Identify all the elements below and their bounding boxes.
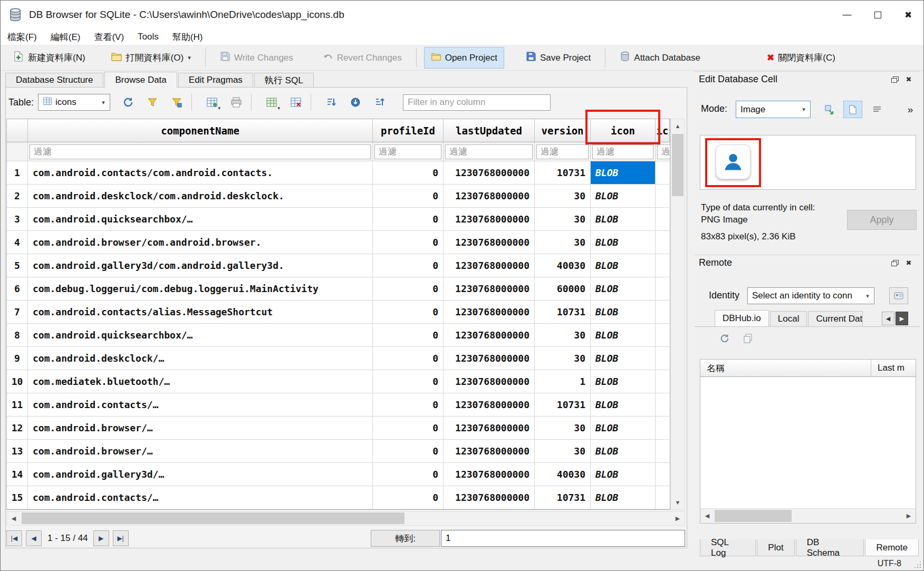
scroll-left-icon[interactable]: ◀: [7, 511, 21, 525]
tab-scroll-right-button[interactable]: ▶: [896, 312, 908, 325]
save-results-button[interactable]: [346, 93, 365, 112]
cell-icon[interactable]: BLOB: [591, 185, 656, 208]
row-number[interactable]: 12: [7, 417, 28, 440]
row-number[interactable]: 1: [7, 161, 28, 185]
float-panel-button[interactable]: [888, 73, 902, 86]
cell-profileid[interactable]: 0: [373, 254, 444, 277]
cell-icon[interactable]: BLOB: [591, 440, 656, 463]
attach-database-button[interactable]: Attach Database: [613, 47, 707, 69]
column-header-componentname[interactable]: componentName: [28, 119, 373, 142]
remote-column-lastmodified[interactable]: Last m: [871, 360, 916, 377]
cell-partial[interactable]: [656, 347, 670, 370]
cell-componentname[interactable]: com.android.browser/com.android.browser.: [28, 231, 373, 254]
cell-version[interactable]: 30: [535, 417, 591, 440]
cell-componentname[interactable]: com.android.contacts/alias.MessageShortc…: [28, 301, 373, 324]
cell-version[interactable]: 30: [535, 185, 591, 208]
tab-browse-data[interactable]: Browse Data: [104, 72, 177, 88]
write-changes-button[interactable]: Write Changes: [213, 47, 300, 69]
cell-partial[interactable]: [656, 161, 670, 185]
cell-profileid[interactable]: 0: [373, 324, 444, 347]
close-panel-button[interactable]: ✖: [902, 257, 916, 269]
resize-grip[interactable]: [920, 567, 921, 568]
horizontal-scrollbar-thumb[interactable]: [22, 512, 405, 524]
row-number[interactable]: 11: [7, 393, 28, 417]
menu-edit[interactable]: 編輯(E): [44, 29, 88, 45]
cell-icon[interactable]: BLOB: [591, 277, 656, 301]
remote-column-name[interactable]: 名稱: [700, 360, 871, 377]
cell-version[interactable]: 10731: [535, 161, 591, 185]
cell-partial[interactable]: [656, 440, 670, 463]
sort-ascending-button[interactable]: [322, 93, 341, 112]
cell-profileid[interactable]: 0: [373, 393, 444, 417]
cell-profileid[interactable]: 0: [373, 208, 444, 231]
cell-componentname[interactable]: com.android.browser/…: [28, 440, 373, 463]
cell-profileid[interactable]: 0: [373, 370, 444, 393]
maximize-button[interactable]: [862, 1, 893, 29]
text-view-button[interactable]: [868, 101, 887, 118]
tab-database-structure[interactable]: Database Structure: [5, 73, 103, 88]
cell-version[interactable]: 10731: [535, 486, 591, 509]
filter-field-componentname[interactable]: 過濾: [30, 144, 371, 159]
tab-current-database[interactable]: Current Dat: [808, 311, 863, 326]
cell-icon[interactable]: BLOB: [591, 463, 656, 486]
cell-lastupdated[interactable]: 1230768000000: [444, 370, 535, 393]
minimize-button[interactable]: —: [832, 1, 862, 29]
row-number[interactable]: 2: [7, 185, 28, 208]
cell-icon[interactable]: BLOB: [591, 161, 656, 185]
cell-version[interactable]: 30: [535, 231, 591, 254]
cell-componentname[interactable]: com.android.gallery3d/…: [28, 463, 373, 486]
remote-scrollbar-thumb[interactable]: [715, 510, 792, 522]
cell-lastupdated[interactable]: 1230768000000: [444, 324, 535, 347]
cell-partial[interactable]: [656, 463, 670, 486]
cell-icon[interactable]: BLOB: [591, 370, 656, 393]
cell-version[interactable]: 1: [535, 370, 591, 393]
scroll-up-icon[interactable]: ▲: [671, 119, 685, 133]
cell-version[interactable]: 30: [535, 440, 591, 463]
cell-partial[interactable]: [656, 254, 670, 277]
cell-version[interactable]: 30: [535, 324, 591, 347]
cell-version[interactable]: 10731: [535, 301, 591, 324]
cell-componentname[interactable]: com.android.contacts/com.android.contact…: [28, 161, 373, 185]
revert-changes-button[interactable]: Revert Changes: [316, 47, 409, 69]
cell-componentname[interactable]: com.android.deskclock/…: [28, 347, 373, 370]
cell-componentname[interactable]: com.android.gallery3d/com.android.galler…: [28, 254, 373, 277]
scroll-down-icon[interactable]: ▼: [671, 496, 685, 509]
float-panel-button[interactable]: [888, 257, 902, 269]
scroll-left-icon[interactable]: ◀: [700, 509, 714, 523]
tab-sql-log[interactable]: SQL Log: [700, 539, 756, 556]
cell-profileid[interactable]: 0: [373, 440, 444, 463]
tab-local[interactable]: Local: [770, 311, 807, 326]
column-header-version[interactable]: version: [535, 119, 591, 142]
column-header-icon[interactable]: icon: [591, 119, 656, 142]
remote-horizontal-scrollbar[interactable]: ◀ ▶: [700, 508, 916, 523]
cell-lastupdated[interactable]: 1230768000000: [444, 440, 535, 463]
close-database-button[interactable]: ✖ 關閉資料庫(C): [760, 47, 842, 68]
new-database-button[interactable]: 新建資料庫(N): [6, 46, 92, 69]
cell-version[interactable]: 60000: [535, 277, 591, 301]
tab-scroll-left-button[interactable]: ◀: [882, 312, 894, 325]
save-project-button[interactable]: Save Project: [519, 47, 598, 69]
cell-profileid[interactable]: 0: [373, 231, 444, 254]
vertical-scrollbar-thumb[interactable]: [672, 134, 684, 196]
horizontal-scrollbar[interactable]: ◀ ▶: [6, 511, 685, 526]
filter-field-icon[interactable]: 過濾: [592, 144, 653, 159]
refresh-button[interactable]: [119, 93, 138, 112]
cell-partial[interactable]: [656, 185, 670, 208]
cell-lastupdated[interactable]: 1230768000000: [444, 254, 535, 277]
menu-view[interactable]: 查看(V): [87, 29, 131, 45]
import-data-button[interactable]: [820, 101, 839, 118]
cell-lastupdated[interactable]: 1230768000000: [444, 463, 535, 486]
cell-lastupdated[interactable]: 1230768000000: [444, 393, 535, 417]
cell-lastupdated[interactable]: 1230768000000: [444, 231, 535, 254]
mode-selector[interactable]: Image ▾: [736, 101, 811, 118]
close-button[interactable]: ✖: [893, 1, 923, 29]
row-number[interactable]: 9: [7, 347, 28, 370]
cell-icon[interactable]: BLOB: [591, 231, 656, 254]
column-header-partial[interactable]: ic: [656, 119, 670, 142]
cell-lastupdated[interactable]: 1230768000000: [444, 185, 535, 208]
row-number[interactable]: 10: [7, 370, 28, 393]
cell-lastupdated[interactable]: 1230768000000: [444, 277, 535, 301]
cell-lastupdated[interactable]: 1230768000000: [444, 301, 535, 324]
cell-profileid[interactable]: 0: [373, 277, 444, 301]
tab-db-schema[interactable]: DB Schema: [796, 539, 864, 556]
